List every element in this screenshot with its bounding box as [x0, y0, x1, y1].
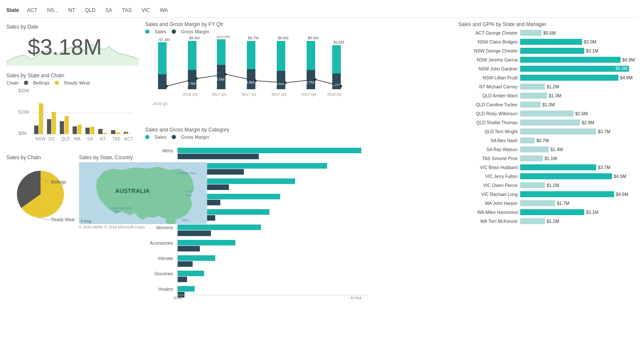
- gp-row-vic-owen: VIC Owen Pierce $1.2M: [458, 181, 636, 189]
- gp-label-qld-terri: QLD Terri Wright: [458, 129, 520, 134]
- groceries-sales-bar: [178, 271, 204, 276]
- gp-bar-sa-ray: [520, 146, 549, 152]
- gp-bar-tas-simone: [520, 155, 543, 161]
- svg-text:$4.5M: $4.5M: [214, 77, 224, 82]
- filter-bar: State ACT NS... NT QLD SA TAS VIC WA: [6, 4, 638, 18]
- state-chain-chart: $20M $10M $0M: [6, 87, 135, 149]
- act-readywear-bar: [125, 133, 128, 134]
- gp-label-qld-caroline: QLD Caroline Tucker: [458, 102, 520, 107]
- gp-row-nsw-george: NSW George Chester $3.1M: [458, 47, 636, 55]
- gp-bar-area-wa-john: $1.7M: [520, 200, 636, 206]
- gp-bar-wa-miles: [520, 209, 584, 215]
- australia-map: AUSTRALIA Arafura Sea Coral Sea Great Au…: [79, 162, 207, 224]
- gp-value-sa-alex: $0.7M: [536, 138, 549, 143]
- gp-bar-act-george: [520, 30, 542, 36]
- filter-tas[interactable]: TAS: [120, 6, 133, 14]
- filter-nt[interactable]: NT: [67, 6, 77, 14]
- sales-date-title: Sales by Date: [6, 24, 139, 30]
- gp-bar-area-vic-jerry: $4.5M: [520, 173, 636, 179]
- fy-chart-title: Sales and Gross Margin by FY Qtr: [145, 21, 452, 27]
- gp-row-wa-john: WA John Harper $1.7M: [458, 199, 636, 207]
- right-panel: Sales and GP% by State and Manager ACT G…: [458, 21, 638, 358]
- svg-text:2017 Q4: 2017 Q4: [302, 92, 316, 96]
- gp-row-qld-amber: QLD Amber Ward $1.3M: [458, 92, 636, 99]
- sales-by-chain-section: Sales by Chain Bellings Ready Wear: [6, 155, 75, 229]
- filter-sa[interactable]: SA: [104, 6, 114, 14]
- filter-act[interactable]: ACT: [25, 6, 39, 14]
- svg-text:2016 Q3: 2016 Q3: [153, 102, 168, 106]
- gp-value-qld-shellie: $2.9M: [582, 120, 594, 125]
- category-legend: Sales Gross Margin: [145, 134, 452, 140]
- x-sa: SA: [87, 137, 93, 141]
- filter-ns[interactable]: NS...: [45, 6, 60, 14]
- gp-row-nsw-lillian: NSW Lillian Pruitt $4.8M: [458, 74, 636, 82]
- gp-bar-nsw-lillian: [520, 75, 618, 81]
- qld-bellings-bar: [60, 121, 64, 134]
- gp-bar-area-vic-rachael: $4.6M: [520, 191, 636, 197]
- svg-rect-8: [158, 74, 167, 89]
- gp-bar-area-act-george: $0.6M: [520, 30, 636, 36]
- fy-chart-section: Sales and Gross Margin by FY Qtr Sales G…: [145, 21, 452, 123]
- gp-value-vic-owen: $1.2M: [547, 183, 559, 188]
- gp-bar-nsw-jeremy: [520, 57, 621, 63]
- gp-label-wa-miles: WA Miles Hammond: [458, 210, 520, 215]
- svg-text:$8.4M: $8.4M: [189, 36, 199, 40]
- gp-chart-title: Sales and GP% by State and Manager: [458, 21, 638, 27]
- gp-bar-area-tas-simone: $1.1M: [520, 155, 636, 161]
- gp-bar-area-vic-brian: $3.7M: [520, 164, 636, 170]
- category-title: Sales and Gross Margin by Category: [145, 127, 452, 133]
- nt-bellings-bar: [98, 129, 102, 134]
- svg-rect-28: [277, 71, 285, 89]
- gp-label-nt-michael: NT Michael Carney: [458, 84, 520, 89]
- main-content: Sales by Date $3.18M Sales by State and …: [6, 21, 638, 358]
- gp-value-vic-rachael: $4.6M: [616, 192, 628, 197]
- cat-mens: Mens: [163, 149, 173, 153]
- gp-row-sa-alex: SA Alex Nash $0.7M: [458, 137, 636, 144]
- womens-sales-bar: [178, 225, 261, 230]
- chain-title: Sales by Chain: [6, 155, 75, 161]
- gp-value-act-george: $0.6M: [543, 30, 556, 35]
- gp-label-vic-owen: VIC Owen Pierce: [458, 183, 520, 188]
- filter-vic[interactable]: VIC: [140, 6, 152, 14]
- gp-label-qld-ricky: QLD Ricky Wilkinson: [458, 111, 520, 116]
- mens-sales-bar: [178, 148, 361, 153]
- wa-bellings-bar: [73, 126, 77, 134]
- sea-label: Sea: [186, 193, 192, 197]
- sales-by-state-country-section: Sales by State, Country AUSTRALIA Arafur…: [79, 155, 207, 229]
- qld-readywear-bar: [64, 116, 69, 134]
- gp-value-nsw-jeremy: $4.9M: [622, 57, 635, 62]
- bellings-pie-label: Bellings: [51, 180, 66, 184]
- gp-row-nsw-jeremy: NSW Jeremy Garcia $4.9M: [458, 56, 636, 64]
- gp-label-nsw-claire: NSW Claire Bridges: [458, 39, 520, 44]
- gp-bar-area-qld-shellie: $2.9M: [520, 120, 636, 126]
- category-chart-section: Sales and Gross Margin by Category Sales…: [145, 127, 452, 358]
- gp-bar-qld-terri: [520, 128, 596, 134]
- svg-text:2017 Q3: 2017 Q3: [272, 92, 287, 96]
- gp-label-vic-brian: VIC Brian Hubbard: [458, 165, 520, 170]
- gp-row-nsw-claire: NSW Claire Bridges $3.0M: [458, 38, 636, 46]
- gp-bar-area-qld-amber: $1.3M: [520, 93, 636, 99]
- gp-label-tas-simone: TAS Simone Prior: [458, 156, 520, 161]
- filter-wa[interactable]: WA: [158, 6, 170, 14]
- gp-label-nsw-john: NSW John Gardner: [458, 66, 520, 71]
- bing-logo: b bing: [81, 219, 91, 223]
- gp-bar-nt-michael: [520, 84, 545, 90]
- gp-bar-vic-rachael: [520, 191, 614, 197]
- gp-bar-qld-shellie: [520, 120, 580, 126]
- x-act: ACT: [124, 137, 133, 141]
- bellings-label: Bellings: [33, 80, 50, 85]
- gp-bar-area-nt-michael: $1.2M: [520, 84, 636, 90]
- filter-qld[interactable]: QLD: [83, 6, 97, 14]
- gp-bar-nsw-george: [520, 48, 584, 54]
- sales-by-date-section: Sales by Date $3.18M: [6, 21, 139, 68]
- state-chain-legend: Chain Bellings Ready Wear: [6, 80, 139, 85]
- cat-hosiery: Hosiery: [158, 287, 173, 292]
- gp-label-nsw-lillian: NSW Lillian Pruitt: [458, 75, 520, 80]
- gp-label-vic-rachael: VIC Rachael Long: [458, 192, 520, 197]
- gp-bar-area-nsw-george: $3.1M: [520, 48, 636, 54]
- gp-label-act-george: ACT George Chester: [458, 30, 520, 35]
- svg-text:$3.8M: $3.8M: [243, 80, 254, 85]
- gp-row-tas-simone: TAS Simone Prior $1.1M: [458, 155, 636, 162]
- svg-text:2017 Q1: 2017 Q1: [212, 92, 227, 96]
- readywear-label: Ready Wear: [64, 80, 90, 85]
